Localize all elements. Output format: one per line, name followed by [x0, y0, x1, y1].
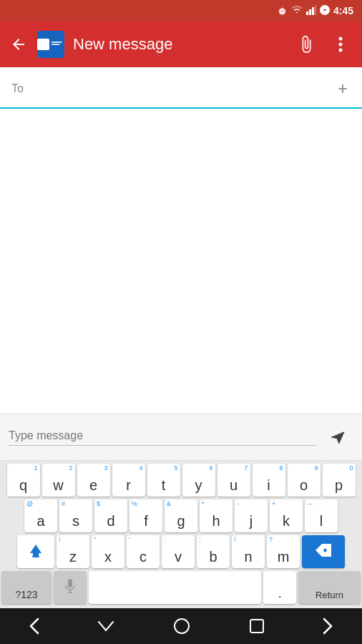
- status-time: 4:45: [333, 5, 353, 16]
- svg-rect-13: [33, 555, 39, 556]
- keyboard-row-2: @ a # s $ d % f & g * h: [1, 499, 361, 532]
- navigation-bar: [0, 608, 362, 644]
- svg-rect-1: [309, 9, 311, 15]
- send-button[interactable]: [322, 421, 353, 453]
- status-icons: ⏰ 4:45: [277, 5, 353, 17]
- message-input-row: [0, 414, 362, 461]
- shift-key[interactable]: [17, 535, 54, 568]
- svg-rect-7: [52, 42, 62, 43]
- key-z[interactable]: ! z: [57, 535, 89, 568]
- nav-down-button[interactable]: [83, 615, 129, 638]
- keyboard-row-4: ?123 . Return: [1, 571, 361, 604]
- add-recipient-button[interactable]: +: [335, 76, 351, 102]
- mic-key[interactable]: [54, 571, 87, 604]
- key-q[interactable]: 1 q: [7, 464, 40, 497]
- to-label: To: [11, 82, 26, 95]
- svg-rect-0: [306, 11, 308, 15]
- key-s[interactable]: # s: [59, 499, 92, 532]
- signal-icon: [306, 5, 316, 17]
- key-w[interactable]: 2 w: [42, 464, 75, 497]
- svg-rect-19: [250, 620, 263, 633]
- content-area: To +: [0, 67, 362, 289]
- alarm-icon: ⏰: [277, 6, 288, 16]
- svg-rect-2: [312, 7, 314, 15]
- key-h[interactable]: * h: [200, 499, 233, 532]
- key-c[interactable]: ' c: [127, 535, 160, 568]
- svg-point-18: [175, 619, 189, 633]
- key-f[interactable]: % f: [129, 499, 162, 532]
- nav-back-button[interactable]: [15, 612, 54, 640]
- key-r[interactable]: 4 r: [112, 464, 145, 497]
- key-x[interactable]: " x: [92, 535, 124, 568]
- key-d[interactable]: $ d: [94, 499, 127, 532]
- keyboard-row-1: 1 q 2 w 3 e 4 r 5 t 6 y: [1, 464, 361, 497]
- message-input[interactable]: [9, 429, 316, 446]
- to-field-row: To +: [0, 67, 362, 109]
- wifi-icon: [291, 6, 303, 16]
- key-o[interactable]: 9 o: [288, 464, 321, 497]
- svg-rect-8: [52, 44, 60, 45]
- nav-home-button[interactable]: [159, 612, 205, 640]
- period-key[interactable]: .: [263, 571, 296, 604]
- key-v[interactable]: : v: [162, 535, 195, 568]
- space-key[interactable]: [89, 571, 261, 604]
- app-icon: [37, 31, 64, 58]
- svg-rect-3: [315, 5, 316, 15]
- app-title: New message: [73, 35, 285, 54]
- key-p[interactable]: 0 p: [323, 464, 356, 497]
- svg-point-10: [339, 37, 343, 41]
- toolbar-actions: [290, 29, 356, 60]
- svg-rect-15: [68, 579, 72, 587]
- more-button[interactable]: [325, 29, 356, 60]
- message-body-area[interactable]: [0, 109, 362, 289]
- key-n[interactable]: / n: [232, 535, 265, 568]
- keyboard-row-3: ! z " x ' c : v ; b / n: [1, 535, 361, 568]
- nav-recents-button[interactable]: [235, 613, 279, 640]
- status-bar: ⏰ 4:45: [0, 0, 362, 21]
- key-g[interactable]: & g: [165, 499, 197, 532]
- keyboard: 1 q 2 w 3 e 4 r 5 t 6 y: [0, 461, 362, 608]
- bolt-icon: [320, 5, 330, 17]
- switch-numeric-key[interactable]: ?123: [1, 571, 52, 604]
- key-m[interactable]: ? m: [267, 535, 300, 568]
- app-bar: New message: [0, 21, 362, 67]
- svg-marker-9: [51, 49, 54, 51]
- nav-forward-button[interactable]: [308, 612, 347, 640]
- key-k[interactable]: + k: [270, 499, 303, 532]
- attach-button[interactable]: [290, 29, 322, 60]
- svg-rect-14: [32, 556, 39, 557]
- key-u[interactable]: 7 u: [217, 464, 250, 497]
- key-y[interactable]: 6 y: [182, 464, 215, 497]
- back-button[interactable]: [6, 31, 31, 57]
- key-b[interactable]: ; b: [197, 535, 230, 568]
- svg-point-12: [339, 49, 343, 52]
- key-t[interactable]: 5 t: [147, 464, 180, 497]
- key-e[interactable]: 3 e: [77, 464, 110, 497]
- key-i[interactable]: 8 i: [253, 464, 285, 497]
- keyboard-container: 1 q 2 w 3 e 4 r 5 t 6 y: [0, 414, 362, 608]
- to-input[interactable]: [31, 82, 335, 95]
- key-l[interactable]: — l: [305, 499, 338, 532]
- backspace-key[interactable]: [302, 535, 345, 568]
- key-a[interactable]: @ a: [24, 499, 57, 532]
- key-j[interactable]: - j: [235, 499, 268, 532]
- return-key[interactable]: Return: [298, 571, 361, 604]
- svg-point-11: [339, 43, 343, 47]
